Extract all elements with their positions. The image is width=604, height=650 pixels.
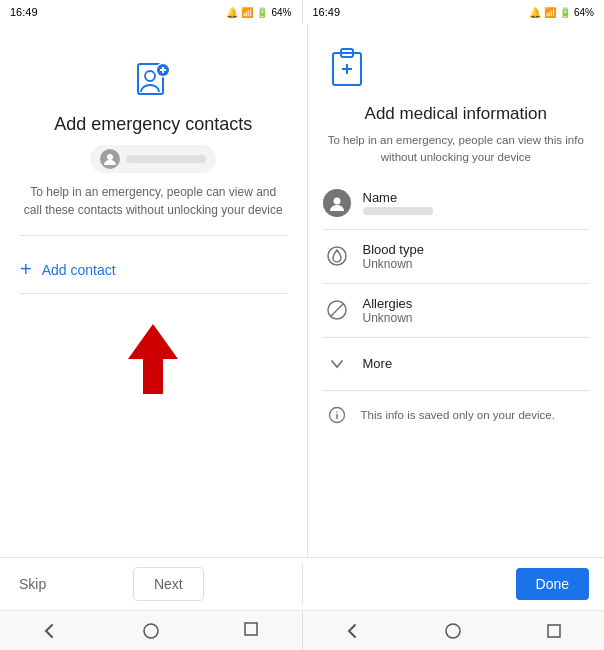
- add-contact-row[interactable]: + Add contact: [20, 246, 287, 293]
- more-chevron-icon: [323, 350, 351, 378]
- blood-type-content: Blood type Unknown: [363, 242, 424, 271]
- svg-point-17: [336, 411, 338, 413]
- arrow-head: [128, 324, 178, 359]
- allergies-row[interactable]: Allergies Unknown: [323, 284, 590, 338]
- name-label: Name: [363, 190, 433, 205]
- saved-info-text: This info is saved only on your device.: [361, 409, 555, 421]
- svg-point-6: [107, 154, 113, 160]
- left-panel-description: To help in an emergency, people can view…: [20, 183, 287, 219]
- saved-info-row: This info is saved only on your device.: [323, 391, 590, 439]
- done-button[interactable]: Done: [516, 568, 589, 600]
- name-row[interactable]: Name: [323, 177, 590, 230]
- blood-type-icon: [323, 242, 351, 270]
- svg-point-20: [446, 624, 460, 638]
- right-status-icons: 🔔 📶 🔋 64%: [529, 7, 594, 18]
- right-nav-bar: [303, 610, 605, 650]
- svg-point-1: [145, 71, 155, 81]
- svg-rect-21: [548, 625, 560, 637]
- left-status-icons: 🔔 📶 🔋 64%: [226, 7, 291, 18]
- arrow-container: [128, 324, 178, 394]
- allergies-icon: [323, 296, 351, 324]
- allergies-label: Allergies: [363, 296, 413, 311]
- left-status-bar: 16:49 🔔 📶 🔋 64%: [0, 0, 302, 24]
- right-wifi-icon: 📶: [544, 7, 556, 18]
- blood-type-value: Unknown: [363, 257, 424, 271]
- right-notification-icon: 🔔: [529, 7, 541, 18]
- more-label: More: [363, 356, 393, 371]
- left-time: 16:49: [10, 6, 38, 18]
- emergency-contacts-icon: [129, 54, 177, 102]
- left-divider-bottom: [20, 293, 287, 294]
- right-action-bar: Done: [303, 558, 605, 610]
- right-status-bar: 16:49 🔔 📶 🔋 64%: [303, 0, 605, 24]
- allergies-value: Unknown: [363, 311, 413, 325]
- notification-icon: 🔔: [226, 7, 238, 18]
- status-bars: 16:49 🔔 📶 🔋 64% 16:49 🔔 📶 🔋 64%: [0, 0, 604, 24]
- info-circle-icon: [323, 401, 351, 429]
- battery-icon: 🔋: [256, 7, 268, 18]
- recents-button[interactable]: [236, 616, 266, 646]
- svg-line-14: [331, 304, 343, 316]
- right-panel-description: To help in an emergency, people can view…: [323, 132, 590, 167]
- blood-type-label: Blood type: [363, 242, 424, 257]
- nav-bars-container: [0, 610, 604, 650]
- back-button[interactable]: [35, 616, 65, 646]
- right-panel: Add medical information To help in an em…: [308, 24, 605, 557]
- left-panel-title: Add emergency contacts: [54, 114, 252, 135]
- svg-point-18: [144, 624, 158, 638]
- allergies-content: Allergies Unknown: [363, 296, 413, 325]
- main-area: Add emergency contacts To help in an eme…: [0, 24, 604, 557]
- user-chip-name-bar: [126, 155, 206, 163]
- skip-button[interactable]: Skip: [15, 568, 50, 600]
- add-contact-label: Add contact: [42, 262, 116, 278]
- svg-point-11: [333, 197, 340, 204]
- left-nav-bar: [0, 610, 302, 650]
- left-panel: Add emergency contacts To help in an eme…: [0, 24, 308, 557]
- name-avatar-icon: [323, 189, 351, 217]
- wifi-icon: 📶: [241, 7, 253, 18]
- left-action-bar: Skip Next: [0, 558, 302, 610]
- user-chip-avatar: [100, 149, 120, 169]
- right-panel-title: Add medical information: [323, 104, 590, 124]
- name-content: Name: [363, 190, 433, 215]
- more-row[interactable]: More: [323, 338, 590, 391]
- right-home-button[interactable]: [438, 616, 468, 646]
- add-contact-plus-icon: +: [20, 258, 32, 281]
- right-back-button[interactable]: [338, 616, 368, 646]
- right-time: 16:49: [313, 6, 341, 18]
- up-arrow: [128, 324, 178, 394]
- blood-type-row[interactable]: Blood type Unknown: [323, 230, 590, 284]
- right-battery-icon: 🔋: [559, 7, 571, 18]
- name-avatar: [323, 189, 351, 217]
- action-bars-container: Skip Next Done: [0, 557, 604, 610]
- battery-percent: 64%: [271, 7, 291, 18]
- name-value-bar: [363, 207, 433, 215]
- medical-info-icon: [323, 44, 371, 92]
- left-divider-top: [20, 235, 287, 236]
- next-button[interactable]: Next: [133, 567, 204, 601]
- svg-rect-19: [245, 623, 257, 635]
- arrow-body: [143, 359, 163, 394]
- right-battery-percent: 64%: [574, 7, 594, 18]
- user-chip: [90, 145, 216, 173]
- right-recents-button[interactable]: [539, 616, 569, 646]
- home-button[interactable]: [136, 616, 166, 646]
